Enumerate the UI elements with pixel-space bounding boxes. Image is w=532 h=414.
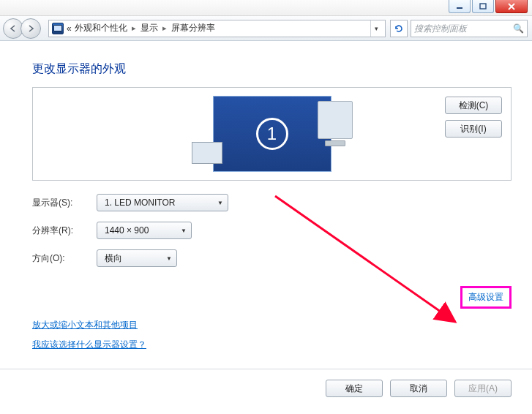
crumb-resolution[interactable]: 屏幕分辨率 [171,22,215,34]
arrow-right-icon [26,24,35,33]
crumb-display[interactable]: 显示 [141,22,158,34]
orientation-value: 横向 [105,252,122,265]
apply-button[interactable]: 应用(A) [454,380,512,397]
which-display-label: 我应该选择什么显示器设置？ [32,339,146,350]
identify-label: 识别(I) [460,123,486,135]
detect-button[interactable]: 检测(C) [445,97,502,114]
preview-side-buttons: 检测(C) 识别(I) [445,97,502,138]
detect-label: 检测(C) [459,99,489,112]
which-display-link[interactable]: 我应该选择什么显示器设置？ [32,339,512,351]
search-icon: 🔍 [513,23,524,34]
orientation-label: 方向(O): [32,252,97,265]
text-size-label: 放大或缩小文本和其他项目 [32,320,138,330]
display-value: 1. LED MONITOR [105,197,175,208]
svg-line-2 [275,196,455,322]
annotation-arrow [272,193,484,339]
svg-rect-0 [457,7,462,9]
control-panel-icon [52,23,64,34]
breadcrumb-dropdown[interactable]: ▾ [370,20,382,37]
maximize-icon [479,3,487,10]
chevron-down-icon: ▼ [181,227,187,234]
mini-secondary-monitor-icon [318,101,353,139]
nav-arrows [3,18,41,39]
apply-label: 应用(A) [468,383,498,395]
ok-label: 确定 [345,383,363,395]
content-area: 更改显示器的外观 1 检测(C) 识别(I) 显示器(S): 1. LED MO… [0,41,532,366]
resolution-label: 分辨率(R): [32,225,97,237]
chevron-right-icon: ▸ [130,23,138,33]
chevron-down-icon: ▼ [166,255,172,262]
page-title: 更改显示器的外观 [32,61,512,77]
close-icon [507,3,516,10]
identify-button[interactable]: 识别(I) [445,120,502,138]
window-titlebar [0,0,532,16]
display-dropdown[interactable]: 1. LED MONITOR ▼ [97,194,228,211]
mini-taskbar-icon [192,142,222,164]
refresh-icon [394,23,404,34]
ok-button[interactable]: 确定 [326,380,383,397]
breadcrumb[interactable]: « 外观和个性化 ▸ 显示 ▸ 屏幕分辨率 ▾ [48,20,386,37]
search-input[interactable] [414,23,510,34]
forward-button[interactable] [20,18,41,39]
chevron-down-icon: ▼ [217,200,223,206]
refresh-button[interactable] [390,20,408,37]
crumb-prefix: « [67,23,72,34]
cancel-button[interactable]: 取消 [390,380,447,397]
close-button[interactable] [495,0,528,13]
search-box[interactable]: 🔍 [411,20,528,37]
chevron-right-icon: ▸ [161,23,168,33]
crumb-appearance[interactable]: 外观和个性化 [75,22,127,34]
minimize-icon [456,3,463,10]
resolution-dropdown[interactable]: 1440 × 900 ▼ [97,222,192,239]
orientation-dropdown[interactable]: 横向 ▼ [97,249,177,267]
display-label: 显示器(S): [32,197,97,209]
maximize-button[interactable] [472,0,494,13]
monitor-preview-box: 1 检测(C) 识别(I) [32,87,512,181]
monitor-number: 1 [256,118,288,150]
toolbar: « 外观和个性化 ▸ 显示 ▸ 屏幕分辨率 ▾ 🔍 [0,16,532,41]
footer-buttons: 确定 取消 应用(A) [0,369,532,404]
arrow-left-icon [9,24,18,33]
mini-monitor-stand-icon [325,140,345,146]
monitor-thumbnail[interactable]: 1 [213,96,331,172]
resolution-value: 1440 × 900 [105,225,149,236]
cancel-label: 取消 [410,383,427,395]
svg-rect-1 [480,4,486,9]
minimize-button[interactable] [449,0,471,13]
